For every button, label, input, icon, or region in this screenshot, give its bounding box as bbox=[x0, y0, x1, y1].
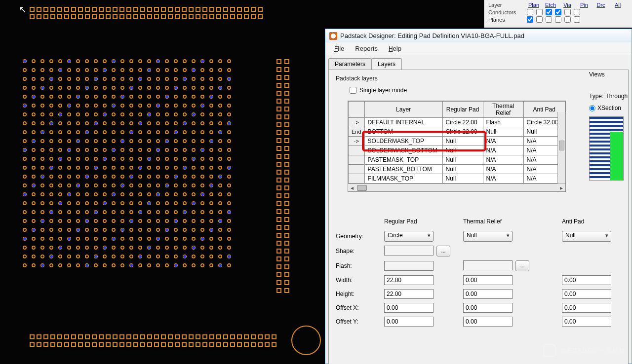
label-geometry: Geometry: bbox=[336, 233, 374, 240]
tab-layers[interactable]: Layers bbox=[371, 58, 402, 70]
ox-thm-input[interactable] bbox=[463, 303, 513, 313]
width-anti-input[interactable] bbox=[562, 275, 611, 285]
app-icon bbox=[329, 32, 337, 40]
height-anti-input[interactable] bbox=[562, 289, 611, 299]
col-regular-pad[interactable]: Regular Pad bbox=[442, 102, 483, 118]
vis-check[interactable] bbox=[574, 16, 580, 23]
col-thermal-relief[interactable]: Thermal Relief bbox=[483, 102, 523, 118]
section-padstack-layers: Padstack layers bbox=[336, 75, 621, 82]
visibility-label: Planes bbox=[488, 17, 524, 23]
ox-reg-input[interactable] bbox=[384, 303, 434, 313]
views-panel: Views Type: Through XSection bbox=[584, 70, 629, 181]
xsection-label: XSection bbox=[597, 105, 621, 111]
views-title: Views bbox=[589, 71, 629, 78]
vis-check[interactable] bbox=[574, 9, 580, 15]
dialog-title: Padstack Designer: Editing Pad Definitio… bbox=[340, 32, 524, 39]
vis-check[interactable] bbox=[555, 9, 561, 15]
xsection-preview bbox=[589, 116, 624, 181]
col-layer[interactable]: Layer bbox=[364, 102, 442, 118]
label-height: Height: bbox=[336, 291, 374, 297]
label-flash: Flash: bbox=[336, 262, 374, 269]
table-row[interactable]: FILMMASK_TOPNullN/AN/A bbox=[349, 174, 565, 183]
xsection-radio[interactable] bbox=[589, 105, 595, 111]
tab-parameters[interactable]: Parameters bbox=[328, 58, 372, 70]
pcb-outline-circle bbox=[291, 326, 321, 355]
tabstrip: Parameters Layers bbox=[325, 55, 632, 70]
table-row[interactable]: PASTEMASK_TOPNullN/AN/A bbox=[349, 155, 565, 165]
table-row[interactable]: ->DEFAULT INTERNALCircle 22.00FlashCircl… bbox=[349, 118, 565, 127]
shape-browse-button[interactable]: ... bbox=[436, 246, 450, 256]
oy-thm-input[interactable] bbox=[463, 317, 513, 327]
flash-browse-button[interactable]: ... bbox=[515, 260, 529, 271]
table-row[interactable]: ->SOLDERMASK_TOPNullN/AN/A bbox=[349, 137, 565, 146]
pad-form: Regular Pad Thermal Relief Anti Pad Geom… bbox=[336, 218, 630, 327]
menu-reports[interactable]: Reports bbox=[350, 43, 383, 54]
table-row[interactable]: SOLDERMASK_BOTTOMNullN/AN/A bbox=[349, 146, 565, 155]
views-type-value: Through bbox=[605, 93, 628, 100]
oy-anti-input[interactable] bbox=[562, 317, 611, 327]
table-scrollbar-vertical[interactable] bbox=[557, 112, 565, 183]
oy-reg-input[interactable] bbox=[384, 317, 434, 327]
vis-check[interactable] bbox=[564, 16, 571, 23]
geometry-thm-select[interactable]: Null bbox=[463, 231, 513, 242]
visibility-row-planes: Planes bbox=[488, 16, 628, 23]
form-col-thermal: Thermal Relief bbox=[463, 218, 552, 227]
tab-page-layers: Padstack layers Single layer mode Layer … bbox=[328, 70, 629, 364]
vis-check[interactable] bbox=[536, 9, 543, 15]
vis-check[interactable] bbox=[536, 16, 543, 23]
padstack-designer-dialog: Padstack Designer: Editing Pad Definitio… bbox=[325, 29, 632, 364]
table-header-row: Layer Regular Pad Thermal Relief Anti Pa… bbox=[349, 102, 565, 118]
label-offset-x: Offset X: bbox=[336, 304, 374, 311]
geometry-anti-select[interactable]: Null bbox=[562, 231, 611, 242]
table-scrollbar-horizontal[interactable]: ◂▸ bbox=[348, 183, 565, 191]
height-reg-input[interactable] bbox=[384, 289, 434, 299]
visibility-panel: Layer PlanEtchViaPinDrcAll Conductors Pl… bbox=[484, 0, 632, 28]
flash-thm-input[interactable] bbox=[463, 260, 513, 270]
label-width: Width: bbox=[336, 277, 374, 284]
menu-file[interactable]: File bbox=[329, 43, 349, 54]
watermark: @EDADOC一博科技 bbox=[543, 344, 626, 357]
shape-reg-input[interactable] bbox=[384, 246, 434, 255]
menu-help[interactable]: Help bbox=[384, 43, 406, 54]
ox-anti-input[interactable] bbox=[562, 303, 611, 313]
width-reg-input[interactable] bbox=[384, 275, 434, 285]
height-thm-input[interactable] bbox=[463, 289, 513, 299]
form-col-regular: Regular Pad bbox=[384, 218, 453, 227]
table-row[interactable]: EndBOTTOMCircle 22.00NullNull bbox=[349, 127, 565, 137]
visibility-label: Conductors bbox=[488, 9, 524, 15]
geometry-reg-select[interactable]: Circle bbox=[384, 231, 434, 242]
vis-check[interactable] bbox=[555, 16, 561, 23]
table-row[interactable]: PASTEMASK_BOTTOMNullN/AN/A bbox=[349, 165, 565, 174]
vis-check[interactable] bbox=[527, 16, 533, 23]
menubar: File Reports Help bbox=[325, 42, 632, 55]
vis-check[interactable] bbox=[564, 9, 571, 15]
layers-table: Layer Regular Pad Thermal Relief Anti Pa… bbox=[348, 101, 566, 192]
mouse-cursor: ↖ bbox=[19, 4, 26, 15]
visibility-header: Layer PlanEtchViaPinDrcAll bbox=[488, 2, 628, 8]
single-layer-label: Single layer mode bbox=[359, 87, 407, 94]
vis-check[interactable] bbox=[546, 16, 552, 23]
dialog-titlebar[interactable]: Padstack Designer: Editing Pad Definitio… bbox=[325, 29, 632, 42]
label-shape: Shape: bbox=[336, 248, 374, 255]
width-thm-input[interactable] bbox=[463, 275, 513, 285]
visibility-row-conductors: Conductors bbox=[488, 9, 628, 15]
vis-check[interactable] bbox=[546, 9, 552, 15]
label-offset-y: Offset Y: bbox=[336, 318, 374, 325]
form-col-anti: Anti Pad bbox=[562, 218, 632, 227]
watermark-icon bbox=[543, 344, 556, 357]
single-layer-checkbox[interactable] bbox=[350, 87, 356, 94]
flash-reg-input[interactable] bbox=[384, 261, 434, 271]
vis-check[interactable] bbox=[527, 9, 533, 15]
views-type-label: Type: bbox=[589, 93, 603, 100]
